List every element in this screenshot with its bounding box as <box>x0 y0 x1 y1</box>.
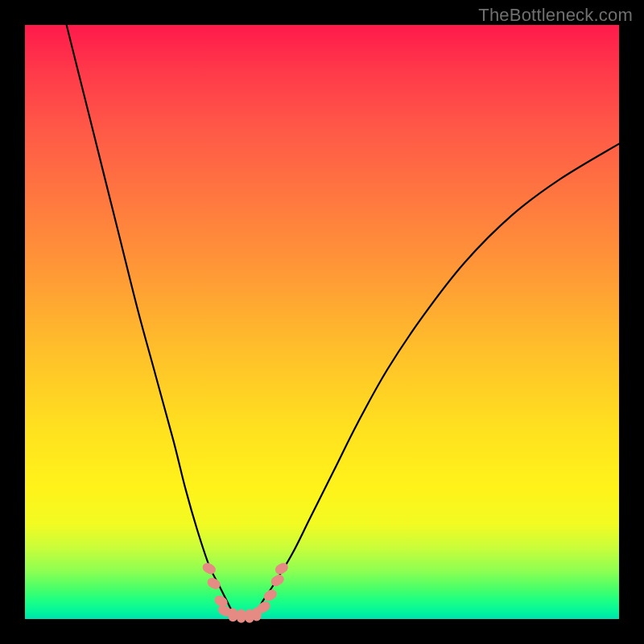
chart-frame: TheBottleneck.com <box>0 0 644 644</box>
valley-marker <box>262 588 279 603</box>
valley-marker <box>269 572 286 588</box>
valley-marker <box>228 608 237 621</box>
watermark-text: TheBottleneck.com <box>478 5 633 26</box>
curve-left-branch <box>67 25 227 601</box>
valley-marker <box>237 609 246 623</box>
plot-area <box>25 25 619 619</box>
curve-svg <box>25 25 619 619</box>
valley-markers <box>200 561 290 623</box>
valley-marker <box>200 561 217 576</box>
curve-right-branch <box>262 144 619 601</box>
